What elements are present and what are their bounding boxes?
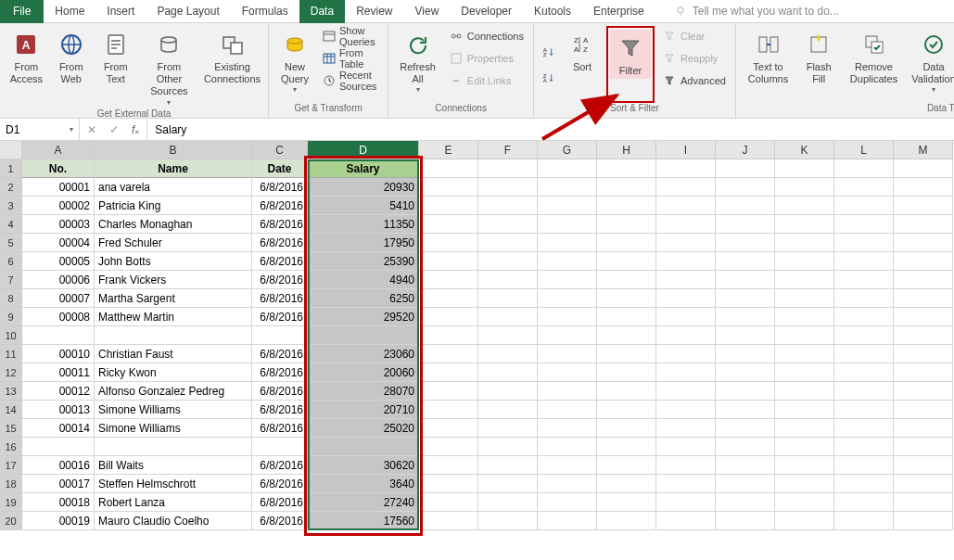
cell[interactable] (538, 493, 597, 512)
column-header-D[interactable]: D (308, 141, 419, 159)
cell[interactable] (419, 438, 478, 456)
cell[interactable]: 23060 (308, 345, 419, 363)
cell[interactable] (716, 382, 775, 401)
cell[interactable]: Frank Vickers (95, 271, 252, 289)
column-header-I[interactable]: I (656, 141, 716, 159)
row-header[interactable]: 10 (0, 326, 22, 345)
cell[interactable]: Fred Schuler (95, 234, 252, 252)
row-header[interactable]: 6 (0, 252, 22, 271)
cell[interactable] (716, 401, 775, 419)
connections-button[interactable]: Connections (445, 26, 528, 46)
cell[interactable] (478, 308, 538, 326)
cell[interactable] (478, 234, 538, 252)
cell[interactable] (894, 326, 953, 345)
cell[interactable]: 6/8/2016 (252, 271, 308, 289)
cell[interactable] (775, 159, 834, 178)
cells-area[interactable]: No.NameDateSalary00001ana varela6/8/2016… (22, 159, 953, 530)
cell[interactable] (308, 438, 419, 456)
cell[interactable] (478, 345, 538, 363)
cell[interactable] (597, 363, 656, 382)
cell[interactable] (478, 438, 538, 456)
row-header[interactable]: 14 (0, 401, 22, 419)
row-header[interactable]: 19 (0, 493, 22, 512)
cell[interactable] (478, 326, 538, 345)
text-to-columns-button[interactable]: Text to Columns (742, 26, 795, 103)
cell[interactable] (419, 197, 478, 215)
cell[interactable] (538, 512, 597, 530)
cell[interactable]: Christian Faust (95, 345, 252, 363)
cell[interactable] (478, 215, 538, 234)
cell[interactable] (716, 234, 775, 252)
cell[interactable]: 20710 (308, 401, 419, 419)
cell[interactable]: Date (252, 159, 308, 178)
cell[interactable] (656, 252, 716, 271)
cell[interactable]: Alfonso Gonzalez Pedreg (95, 382, 252, 401)
recent-sources-button[interactable]: Recent Sources (319, 70, 382, 91)
cell[interactable] (419, 475, 478, 493)
cell[interactable]: 00004 (22, 234, 95, 252)
cell[interactable] (894, 197, 953, 215)
cell[interactable]: 20930 (308, 178, 419, 197)
cell[interactable] (716, 215, 775, 234)
cell[interactable]: Patricia King (95, 197, 252, 215)
cell[interactable] (834, 178, 894, 197)
cell[interactable]: 17560 (308, 512, 419, 530)
cell[interactable] (834, 215, 894, 234)
cell[interactable] (834, 475, 894, 493)
cell[interactable]: 4940 (308, 271, 419, 289)
cell[interactable] (656, 512, 716, 530)
cell[interactable] (597, 326, 656, 345)
cell[interactable] (597, 456, 656, 475)
row-header[interactable]: 13 (0, 382, 22, 401)
cell[interactable]: 00018 (22, 493, 95, 512)
cell[interactable] (597, 382, 656, 401)
refresh-all-button[interactable]: Refresh All ▾ (394, 26, 441, 103)
existing-connections-button[interactable]: Existing Connections (202, 26, 262, 108)
cell[interactable] (597, 252, 656, 271)
advanced-button[interactable]: Advanced (658, 70, 730, 91)
cell[interactable] (656, 308, 716, 326)
cell[interactable] (538, 215, 597, 234)
cell[interactable] (478, 178, 538, 197)
row-header[interactable]: 7 (0, 271, 22, 289)
cell[interactable] (478, 475, 538, 493)
cell[interactable] (538, 178, 597, 197)
cell[interactable] (834, 345, 894, 363)
cell[interactable]: 6/8/2016 (252, 493, 308, 512)
cell[interactable] (894, 363, 953, 382)
cell[interactable] (716, 512, 775, 530)
cell[interactable]: 20060 (308, 363, 419, 382)
cell[interactable] (716, 308, 775, 326)
cell[interactable] (834, 493, 894, 512)
tab-enterprise[interactable]: Enterprise (582, 0, 655, 23)
cell[interactable]: Mauro Claudio Coelho (95, 512, 252, 530)
column-header-F[interactable]: F (478, 141, 538, 159)
cell[interactable]: ana varela (95, 178, 252, 197)
cell[interactable]: 6/8/2016 (252, 382, 308, 401)
cell[interactable]: 6/8/2016 (252, 475, 308, 493)
cell[interactable]: Robert Lanza (95, 493, 252, 512)
cell[interactable] (419, 308, 478, 326)
cell[interactable] (597, 512, 656, 530)
cell[interactable]: No. (22, 159, 95, 178)
cell[interactable]: Steffen Helmschrott (95, 475, 252, 493)
column-header-H[interactable]: H (597, 141, 656, 159)
cell[interactable] (656, 197, 716, 215)
column-header-J[interactable]: J (716, 141, 775, 159)
cell[interactable] (834, 271, 894, 289)
cell[interactable]: 11350 (308, 215, 419, 234)
cell[interactable]: Simone Williams (95, 401, 252, 419)
row-header[interactable]: 2 (0, 178, 22, 197)
tab-page-layout[interactable]: Page Layout (146, 0, 230, 23)
cell[interactable] (419, 456, 478, 475)
show-queries-button[interactable]: Show Queries (319, 26, 382, 46)
cell[interactable] (716, 345, 775, 363)
cell[interactable] (538, 456, 597, 475)
cell[interactable] (656, 326, 716, 345)
cell[interactable] (894, 252, 953, 271)
cell[interactable] (775, 438, 834, 456)
cell[interactable] (538, 252, 597, 271)
row-header[interactable]: 3 (0, 197, 22, 215)
cell[interactable] (775, 197, 834, 215)
cell[interactable] (419, 178, 478, 197)
